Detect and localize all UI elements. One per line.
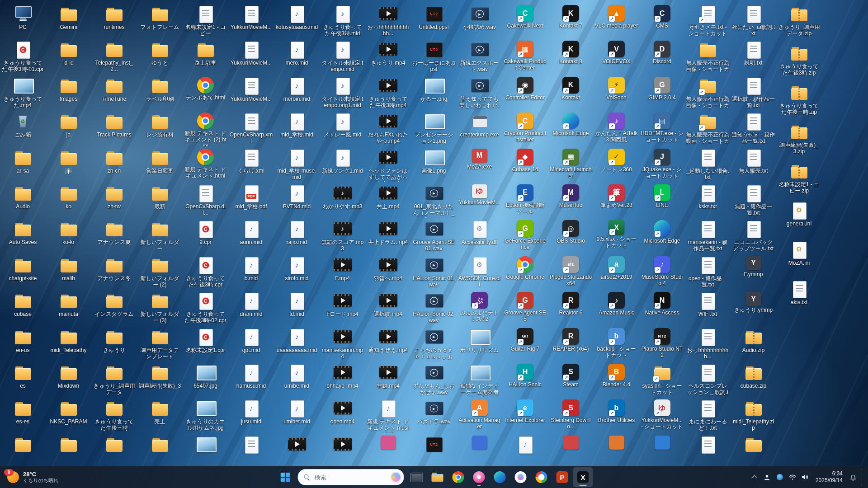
desktop-icon[interactable]: メドレー風.mid bbox=[320, 110, 365, 146]
desktop-icon[interactable]: K↗Kontakt 8 bbox=[548, 38, 594, 74]
desktop-icon[interactable] bbox=[411, 433, 457, 469]
desktop-icon[interactable]: ◉↗Controller Editor bbox=[502, 75, 548, 110]
desktop-icon[interactable]: C↗Cakewalk Next bbox=[502, 3, 548, 38]
desktop-icon[interactable]: WIFI.txt bbox=[685, 290, 731, 325]
desktop-icon[interactable]: Audio.zip bbox=[731, 326, 776, 361]
desktop-icon[interactable]: sfz↗Plogue sforzando x64 bbox=[548, 254, 594, 290]
desktop-icon[interactable]: ko bbox=[46, 182, 91, 218]
desktop-icon[interactable]: B↗Blender 4.4 bbox=[594, 361, 639, 397]
desktop-icon[interactable]: G↗GIMP 3.0.4 bbox=[639, 75, 685, 110]
desktop-icon[interactable]: Auto Saves bbox=[0, 218, 46, 253]
desktop-icon[interactable]: S↗Steam bbox=[548, 361, 594, 397]
desktop-icon[interactable]: 画像1.png bbox=[411, 146, 457, 182]
network-tray-button[interactable] bbox=[787, 469, 798, 485]
desktop-icon[interactable]: NKSC_PARAM bbox=[46, 397, 91, 433]
desktop-icon[interactable]: ↗万引きメモ.txt - ショートカット bbox=[685, 3, 731, 38]
desktop-icon[interactable]: ずんだもん_しおかぜぁ.wav bbox=[411, 361, 457, 397]
desktop-icon[interactable]: HALion Sonic 02.wav bbox=[411, 290, 457, 325]
desktop-icon[interactable]: Mixdown bbox=[46, 361, 91, 397]
desktop-icon[interactable]: createdump.exe bbox=[457, 110, 502, 146]
desktop-icon[interactable]: E↗Epson 接続診断ツール bbox=[502, 182, 548, 218]
desktop-icon[interactable]: es-es bbox=[0, 397, 46, 433]
desktop-icon[interactable] bbox=[0, 433, 46, 469]
desktop-icon[interactable]: dram.mid bbox=[228, 290, 274, 325]
music-app-button[interactable] bbox=[469, 467, 489, 487]
desktop-icon[interactable]: ゆうと bbox=[137, 38, 183, 74]
desktop-icon[interactable]: runtimes bbox=[91, 3, 137, 38]
desktop-icon[interactable]: きゅうり食ってた午後3時.mid bbox=[320, 3, 365, 38]
desktop-icon[interactable]: ja bbox=[46, 110, 91, 146]
powerpoint-app-button[interactable]: P bbox=[552, 467, 572, 487]
desktop-icon[interactable]: 無題 - 親作品一覧.txt bbox=[731, 182, 776, 218]
desktop-icon[interactable]: 選択肢 - 親作品一覧.txt bbox=[731, 75, 776, 110]
desktop-icon[interactable]: A↗Activation Manager bbox=[457, 397, 502, 433]
desktop-icon[interactable]: 新規 テキスト ドキュメント.musicxml bbox=[365, 397, 411, 433]
desktop-icon[interactable]: きゅうりのカエル用サムネ.jpg bbox=[183, 397, 228, 433]
desktop-icon[interactable]: 羽笛へ.mp4 bbox=[365, 254, 411, 290]
desktop-icon[interactable]: uaaaaaaaaa.mid bbox=[274, 326, 320, 361]
desktop-icon[interactable]: R↗Reaktor 6 bbox=[548, 290, 594, 325]
desktop-icon[interactable]: わかりやす.mp3 bbox=[320, 182, 365, 218]
desktop-icon[interactable]: meroin.mid bbox=[274, 75, 320, 110]
desktop-icon[interactable]: zh-cn bbox=[91, 146, 137, 182]
desktop-icon[interactable]: きゅうり食ってた午後三時.zip bbox=[776, 81, 822, 121]
desktop-icon[interactable] bbox=[91, 433, 137, 469]
tray-overflow-button[interactable] bbox=[749, 469, 760, 485]
desktop-icon[interactable]: 新規 テキスト ドキュメント (2).html bbox=[183, 110, 228, 146]
volume-tray-button[interactable] bbox=[799, 469, 811, 485]
desktop-icon[interactable]: mid_学校.pdf bbox=[228, 182, 274, 218]
desktop-icon[interactable]: _起動しない場合.txt bbox=[685, 146, 731, 182]
desktop-icon[interactable]: K↗Kontakt 7 bbox=[548, 3, 594, 38]
desktop-icon[interactable]: en-us bbox=[0, 326, 46, 361]
desktop-icon[interactable]: 名称未設定1 - コピー bbox=[183, 3, 228, 38]
desktop-icon[interactable]: 調声練習(失敗)_3.zip bbox=[776, 121, 822, 160]
desktop-icon[interactable]: YukkuriMovieM... bbox=[228, 75, 274, 110]
desktop-icon[interactable]: ↗Microsoft Edge bbox=[548, 110, 594, 146]
desktop-icon[interactable]: Accessibility.dll bbox=[457, 218, 502, 253]
desktop-icon[interactable]: chatgpt-site bbox=[0, 254, 46, 290]
desktop-icon[interactable]: ▤↗HDDFMT.exe - ショートカット bbox=[639, 110, 685, 146]
desktop-icon[interactable]: ポリリリリズム bbox=[457, 326, 502, 361]
desktop-icon[interactable] bbox=[731, 433, 776, 469]
desktop-icon[interactable]: きゅうり_調声用データ.zip bbox=[776, 3, 822, 42]
desktop-icon[interactable]: Fロード.mp4 bbox=[320, 290, 365, 325]
desktop-icon[interactable]: アナウンス冬 bbox=[91, 254, 137, 290]
desktop-icon[interactable]: YF.ymmp bbox=[731, 254, 776, 290]
desktop-icon[interactable]: きゅうり食ってた午後3時.mp4 bbox=[365, 75, 411, 110]
desktop-icon[interactable]: D↗Discord bbox=[639, 38, 685, 74]
desktop-icon[interactable]: きゅうり食ってた午後3時.cpr bbox=[183, 254, 228, 290]
desktop-icon[interactable]: S↗Steinberg Downlo... bbox=[548, 397, 594, 433]
desktop-icon[interactable] bbox=[137, 433, 183, 469]
desktop-icon[interactable]: ぷ↗ぷよぷよ™テトリス®2 bbox=[457, 290, 502, 325]
desktop-icon[interactable]: タイトル未設定.tempo.mid bbox=[320, 38, 365, 74]
desktop-icon[interactable] bbox=[639, 433, 685, 469]
desktop-icon[interactable]: 通知うぜえ.mp4 bbox=[365, 326, 411, 361]
desktop-icon[interactable] bbox=[685, 433, 731, 469]
desktop-icon[interactable]: YukkuriMovieM... bbox=[228, 3, 274, 38]
desktop-icon[interactable]: ohhayo-.mp4 bbox=[320, 361, 365, 397]
desktop-icon[interactable]: プレゼンテーション1.png bbox=[411, 110, 457, 146]
desktop-icon[interactable]: Groove Agent SE 01.wav bbox=[411, 218, 457, 253]
desktop-icon[interactable]: 答え知ってても楽しいわこれい.wav bbox=[457, 75, 502, 110]
desktop-icon[interactable]: おっhhhhhhhhhhhh... bbox=[365, 3, 411, 38]
desktop-icon[interactable]: F.mp4 bbox=[320, 254, 365, 290]
desktop-icon[interactable]: b.mid bbox=[228, 254, 274, 290]
desktop-icon[interactable]: ⚡↗VoiSona bbox=[594, 75, 639, 110]
desktop-icon[interactable]: malib bbox=[46, 254, 91, 290]
desktop-icon[interactable]: きゅうり食ってた午後三時 bbox=[91, 397, 137, 433]
desktop-icon[interactable]: ▦↗Cakewalk Product Center bbox=[502, 38, 548, 74]
desktop-icon[interactable]: 65407.jpg bbox=[183, 361, 228, 397]
desktop-icon[interactable]: R↗REAPER (x64) bbox=[548, 326, 594, 361]
desktop-icon[interactable]: まにまにわーるど！.txt bbox=[685, 397, 731, 433]
desktop-icon[interactable] bbox=[457, 433, 502, 469]
desktop-icon[interactable]: 新しいフォルダー bbox=[137, 218, 183, 253]
desktop-icon[interactable]: K↗Kontakt bbox=[548, 75, 594, 110]
desktop-icon[interactable]: umibe.mid bbox=[274, 361, 320, 397]
desktop-icon[interactable]: td.mid bbox=[274, 290, 320, 325]
desktop-icon[interactable]: e↗Internet Explorer bbox=[502, 397, 548, 433]
desktop-icon[interactable]: MMoZA.exe bbox=[457, 146, 502, 182]
desktop-icon[interactable]: OpenCvSharp.xml bbox=[228, 110, 274, 146]
device-app-button[interactable] bbox=[407, 467, 427, 487]
show-desktop-button[interactable] bbox=[862, 468, 864, 486]
desktop-icon[interactable]: 新規ソング1.mid bbox=[320, 146, 365, 182]
